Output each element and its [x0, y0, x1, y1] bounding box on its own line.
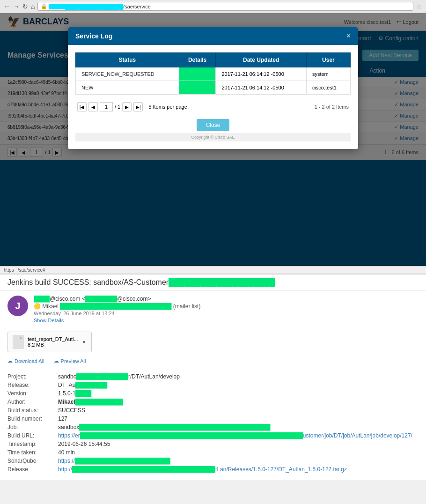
author-redacted: ████████████ — [75, 399, 123, 405]
release-dl-label: Release — [7, 466, 54, 473]
modal-col-status: Status — [76, 53, 179, 67]
bookmark-star-icon[interactable]: ☆ — [416, 3, 422, 10]
details-cell — [179, 81, 216, 95]
modal-overlay: Service Log × Status Details Date Update… — [0, 13, 426, 266]
modal-col-details: Details — [179, 53, 216, 67]
author-value: Mikael████████████ — [58, 399, 123, 405]
job-redacted: ████████████████████████████████████████… — [79, 424, 270, 430]
sonarqube-label: SonarQube — [7, 458, 54, 464]
modal-body: Status Details Date Updated User SERVICE… — [68, 45, 358, 149]
email-subject: Jenkins build SUCCESS: sandbox/AS-Custom… — [7, 278, 419, 287]
modal-items-per-page: 5 Items per page — [148, 104, 187, 110]
modal-close-button[interactable]: × — [346, 32, 351, 40]
build-release-row: Release: DT_Au████████ — [7, 382, 419, 388]
time-taken-label: Time taken: — [7, 449, 54, 456]
modal-col-user: User — [306, 53, 350, 67]
build-status-label: Build status: — [7, 407, 54, 414]
sonarqube-row: SonarQube https://██████████████████████… — [7, 458, 419, 464]
build-project-row: Project: sandbo█████████████r/DT/AutLan/… — [7, 373, 419, 380]
modal-prev-page[interactable]: ◀ — [88, 102, 98, 111]
build-url-link[interactable]: https://er██████████████████████████████… — [58, 432, 412, 439]
url-text: https://████████████████/sae/service — [49, 4, 150, 9]
home-button[interactable]: ⌂ — [31, 3, 35, 10]
sonarqube-link[interactable]: https://████████████████████████ — [58, 458, 170, 464]
version-label: Version: — [7, 390, 54, 397]
app-main-area: 🦅 BARCLAYS Welcome cisco.test1 ↩ Logout … — [0, 13, 426, 266]
preview-all-link[interactable]: ☁ Preview All — [54, 358, 86, 364]
user-cell: cisco.test1 — [306, 81, 350, 95]
modal-col-date: Date Updated — [216, 53, 307, 67]
url-bar[interactable]: 🔒 https://████████████████/sae/service — [37, 2, 413, 11]
date-cell: 2017-11-21 06:14:12 -0500 — [216, 81, 307, 95]
project-value: sandbo█████████████r/DT/AutLan/develop — [58, 373, 180, 380]
sonarqube-redacted: ████████████████████████ — [75, 458, 170, 464]
status-cell: SERVICE_NOW_REQUESTED — [76, 67, 179, 81]
build-author-row: Author: Mikael████████████ — [7, 399, 419, 405]
build-job-row: Job: sandbox████████████████████████████… — [7, 424, 419, 430]
attachment-info: test_report_DT_Autl... 8,2 MB — [28, 336, 78, 348]
attachment-dropdown-icon[interactable]: ▼ — [82, 340, 87, 345]
copyright-text: Copyright © Cisco SAE — [75, 133, 351, 141]
modal-title: Service Log — [75, 32, 112, 40]
download-links: ☁ Download All ☁ Preview All — [0, 356, 426, 368]
build-timestamp-row: Timestamp: 2019-06-26 15:44:55 — [7, 441, 419, 447]
table-row: SERVICE_NOW_REQUESTED 2017-11-21 06:14:1… — [76, 67, 351, 81]
modal-pagination-controls: |◀ ◀ / 1 ▶ ▶| 5 Items per page — [77, 102, 187, 111]
build-number-value: 127 — [58, 415, 67, 422]
modal-page-input[interactable] — [100, 102, 113, 111]
timestamp-label: Timestamp: — [7, 441, 54, 447]
build-info: Project: sandbo█████████████r/DT/AutLan/… — [0, 368, 426, 480]
release-dl-link[interactable]: http://█████████████████████████████████… — [58, 466, 347, 473]
date-cell: 2017-11-21 06:14:12 -0500 — [216, 67, 307, 81]
attachment-name: test_report_DT_Autl... — [28, 336, 78, 342]
status-cell: NEW — [76, 81, 179, 95]
details-cell — [179, 67, 216, 81]
build-url-value: https://er██████████████████████████████… — [58, 432, 412, 439]
build-url-row: Build URL: https://er███████████████████… — [7, 432, 419, 439]
url-highlight: https://████████████████ — [49, 4, 123, 9]
status-url-left: https — [4, 267, 14, 273]
build-number-row: Build number: 127 — [7, 415, 419, 422]
release-value: DT_Au████████ — [58, 382, 107, 388]
modal-next-page[interactable]: ▶ — [122, 102, 132, 111]
job-value: sandbox█████████████████████████████████… — [58, 424, 270, 430]
modal-first-page[interactable]: |◀ — [77, 102, 87, 111]
sender-line: ████@cisco.com <████████@cisco.com> — [34, 296, 419, 302]
service-log-table: Status Details Date Updated User SERVICE… — [75, 52, 351, 95]
project-label: Project: — [7, 373, 54, 380]
modal-close-bottom-button[interactable]: Close — [197, 119, 230, 131]
attachment-file-icon — [13, 335, 24, 349]
release-dl-value: http://█████████████████████████████████… — [58, 466, 347, 473]
email-subject-bar: Jenkins build SUCCESS: sandbox/AS-Custom… — [0, 274, 426, 291]
attachment-size: 8,2 MB — [28, 342, 78, 348]
timestamp-value: 2019-06-26 15:44:55 — [58, 441, 110, 447]
user-cell: system — [306, 67, 350, 81]
build-url-redacted: ████████████████████████████████████████… — [80, 432, 303, 439]
release-dl-row: Release http://█████████████████████████… — [7, 466, 419, 473]
mikael-redacted: ████████████████████████████ — [60, 303, 171, 310]
download-all-link[interactable]: ☁ Download All — [7, 358, 44, 364]
modal-last-page[interactable]: ▶| — [133, 102, 143, 111]
project-redacted: █████████████ — [76, 373, 128, 380]
svg-rect-0 — [14, 336, 23, 348]
sender-redacted-1: ████ — [34, 296, 50, 302]
attachment-box: test_report_DT_Autl... 8,2 MB ▼ — [7, 332, 92, 352]
email-section: Jenkins build SUCCESS: sandbox/AS-Custom… — [0, 274, 426, 480]
modal-total-pages: / 1 — [115, 104, 120, 110]
release-label: Release: — [7, 382, 54, 388]
reload-button[interactable]: ↻ — [22, 3, 28, 10]
forward-button[interactable]: → — [13, 3, 20, 10]
back-button[interactable]: ← — [4, 3, 10, 10]
release-dl-redacted: ████████████████████████████████████ — [72, 466, 215, 473]
modal-pagination: |◀ ◀ / 1 ▶ ▶| 5 Items per page 1 - 2 of … — [75, 98, 351, 115]
email-date: Wednesday, 26 June 2019 at 18:24 — [34, 311, 419, 316]
build-time-taken-row: Time taken: 40 min — [7, 449, 419, 456]
show-details-link[interactable]: Show Details — [34, 318, 419, 323]
service-log-modal: Service Log × Status Details Date Update… — [68, 27, 358, 149]
build-url-label: Build URL: — [7, 432, 54, 439]
time-taken-value: 40 min — [58, 449, 75, 456]
build-status-row: Build status: SUCCESS — [7, 407, 419, 414]
modal-header: Service Log × — [68, 27, 358, 45]
cloud-download-icon: ☁ — [7, 358, 13, 364]
status-bar: https /sae/service# — [0, 266, 426, 274]
